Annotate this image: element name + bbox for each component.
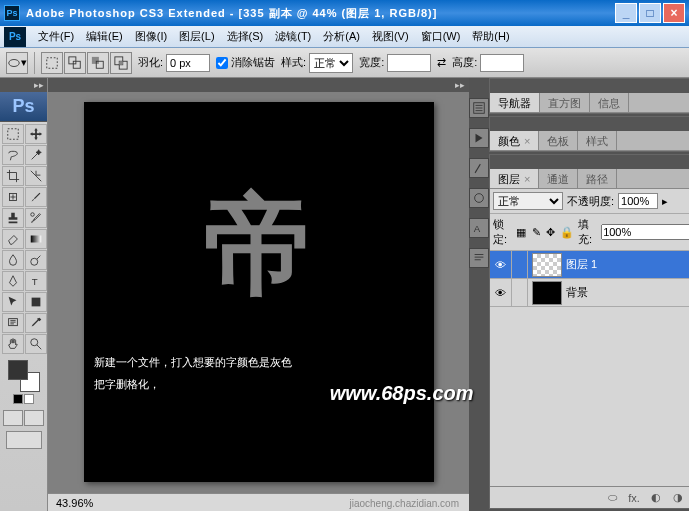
pen-tool[interactable] bbox=[2, 271, 24, 291]
watermark: www.68ps.com bbox=[330, 382, 474, 405]
tab-swatches[interactable]: 色板 bbox=[539, 131, 578, 150]
menu-select[interactable]: 选择(S) bbox=[221, 26, 270, 47]
brush-tool[interactable] bbox=[25, 187, 47, 207]
tool-preset-icon[interactable]: ▾ bbox=[6, 52, 28, 74]
lock-all-icon[interactable]: 🔒 bbox=[560, 225, 574, 239]
visibility-icon[interactable]: 👁 bbox=[490, 279, 512, 306]
dock-character-icon[interactable]: A bbox=[469, 218, 489, 238]
tab-paths[interactable]: 路径 bbox=[578, 169, 617, 188]
tab-info[interactable]: 信息 bbox=[590, 93, 629, 112]
menu-help[interactable]: 帮助(H) bbox=[466, 26, 515, 47]
selection-new-icon[interactable] bbox=[41, 52, 63, 74]
tab-color[interactable]: 颜色× bbox=[490, 131, 539, 150]
color-swatches[interactable] bbox=[8, 360, 40, 392]
layer-style-icon[interactable]: fx. bbox=[626, 490, 642, 506]
selection-subtract-icon[interactable] bbox=[87, 52, 109, 74]
layer-thumbnail[interactable] bbox=[532, 253, 562, 277]
link-cell[interactable] bbox=[512, 279, 528, 306]
toolbox: ▸▸ Ps T bbox=[0, 78, 48, 511]
maximize-button[interactable]: □ bbox=[639, 3, 661, 23]
lock-position-icon[interactable]: ✥ bbox=[545, 225, 556, 239]
ps-logo-icon[interactable]: Ps bbox=[4, 27, 26, 47]
slice-tool[interactable] bbox=[25, 166, 47, 186]
style-select[interactable]: 正常 bbox=[309, 53, 353, 73]
adjustment-layer-icon[interactable]: ◑ bbox=[670, 490, 686, 506]
dock-tool-presets-icon[interactable] bbox=[469, 158, 489, 178]
type-tool[interactable]: T bbox=[25, 271, 47, 291]
layer-row[interactable]: 👁 图层 1 bbox=[490, 251, 689, 279]
dock-actions-icon[interactable] bbox=[469, 128, 489, 148]
swap-icon: ⇄ bbox=[437, 56, 446, 69]
svg-rect-2 bbox=[69, 56, 76, 63]
menu-layer[interactable]: 图层(L) bbox=[173, 26, 220, 47]
dock-history-icon[interactable] bbox=[469, 98, 489, 118]
menu-image[interactable]: 图像(I) bbox=[129, 26, 173, 47]
lasso-tool[interactable] bbox=[2, 145, 24, 165]
dodge-tool[interactable] bbox=[25, 250, 47, 270]
screen-mode-icon[interactable] bbox=[6, 431, 42, 449]
blur-tool[interactable] bbox=[2, 250, 24, 270]
eyedropper-tool[interactable] bbox=[25, 313, 47, 333]
gradient-tool[interactable] bbox=[25, 229, 47, 249]
menu-edit[interactable]: 编辑(E) bbox=[80, 26, 129, 47]
heal-tool[interactable] bbox=[2, 187, 24, 207]
menu-file[interactable]: 文件(F) bbox=[32, 26, 80, 47]
menu-view[interactable]: 视图(V) bbox=[366, 26, 415, 47]
blend-mode-select[interactable]: 正常 bbox=[493, 192, 563, 210]
standard-mode-icon[interactable] bbox=[3, 410, 23, 426]
wand-tool[interactable] bbox=[25, 145, 47, 165]
tab-styles[interactable]: 样式 bbox=[578, 131, 617, 150]
height-input bbox=[480, 54, 524, 72]
visibility-icon[interactable]: 👁 bbox=[490, 251, 512, 278]
zoom-tool[interactable] bbox=[25, 334, 47, 354]
default-colors-icon[interactable] bbox=[13, 394, 34, 404]
minimize-button[interactable]: _ bbox=[615, 3, 637, 23]
tab-layers[interactable]: 图层× bbox=[490, 169, 539, 188]
link-cell[interactable] bbox=[512, 251, 528, 278]
path-select-tool[interactable] bbox=[2, 292, 24, 312]
height-label: 高度: bbox=[452, 54, 524, 72]
tab-histogram[interactable]: 直方图 bbox=[540, 93, 590, 112]
selection-add-icon[interactable] bbox=[64, 52, 86, 74]
quickmask-mode-icon[interactable] bbox=[24, 410, 44, 426]
link-layers-icon[interactable]: ⬭ bbox=[604, 490, 620, 506]
layer-row[interactable]: 👁 背景 🔒 bbox=[490, 279, 689, 307]
navigator-panel: ▸▸ ✕ 导航器 直方图 信息 bbox=[489, 78, 689, 114]
dock-paragraph-icon[interactable] bbox=[469, 248, 489, 268]
layer-name[interactable]: 背景 bbox=[566, 285, 689, 300]
layer-thumbnail[interactable] bbox=[532, 281, 562, 305]
opacity-input[interactable] bbox=[618, 193, 658, 209]
move-tool[interactable] bbox=[25, 124, 47, 144]
document[interactable]: 帝 www.68ps.com 新建一个文件，打入想要的字颜色是灰色 把字删格化， bbox=[84, 102, 434, 482]
window-title: Adobe Photoshop CS3 Extended - [335 副本 @… bbox=[26, 6, 615, 21]
selection-intersect-icon[interactable] bbox=[110, 52, 132, 74]
stamp-tool[interactable] bbox=[2, 208, 24, 228]
lock-pixels-icon[interactable]: ✎ bbox=[531, 225, 542, 239]
tab-channels[interactable]: 通道 bbox=[539, 169, 578, 188]
dock-brushes-icon[interactable] bbox=[469, 188, 489, 208]
eraser-tool[interactable] bbox=[2, 229, 24, 249]
foreground-color[interactable] bbox=[8, 360, 28, 380]
crop-tool[interactable] bbox=[2, 166, 24, 186]
notes-tool[interactable] bbox=[2, 313, 24, 333]
zoom-level[interactable]: 43.96% bbox=[56, 497, 93, 509]
shape-tool[interactable] bbox=[25, 292, 47, 312]
svg-text:T: T bbox=[32, 276, 38, 287]
history-brush-tool[interactable] bbox=[25, 208, 47, 228]
layer-mask-icon[interactable]: ◐ bbox=[648, 490, 664, 506]
marquee-tool[interactable] bbox=[2, 124, 24, 144]
toolbox-header[interactable]: ▸▸ bbox=[0, 78, 47, 92]
antialias-checkbox[interactable]: 消除锯齿 bbox=[216, 55, 275, 70]
layer-name[interactable]: 图层 1 bbox=[566, 257, 689, 272]
menu-filter[interactable]: 滤镜(T) bbox=[269, 26, 317, 47]
lock-transparent-icon[interactable]: ▦ bbox=[516, 225, 527, 239]
divider bbox=[34, 52, 35, 74]
fill-input[interactable] bbox=[601, 224, 689, 240]
menu-analysis[interactable]: 分析(A) bbox=[317, 26, 366, 47]
close-button[interactable]: × bbox=[663, 3, 685, 23]
hand-tool[interactable] bbox=[2, 334, 24, 354]
menu-window[interactable]: 窗口(W) bbox=[415, 26, 467, 47]
svg-rect-12 bbox=[31, 236, 42, 243]
feather-input[interactable] bbox=[166, 54, 210, 72]
tab-navigator[interactable]: 导航器 bbox=[490, 93, 540, 112]
